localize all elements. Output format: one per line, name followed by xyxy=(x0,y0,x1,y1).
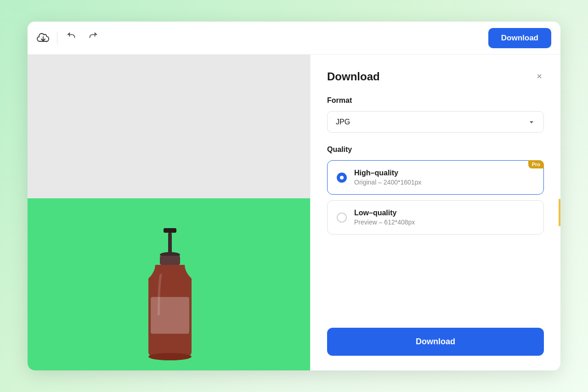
toolbar-left xyxy=(37,30,481,46)
quality-low-text: Low–quality Preview – 612*408px xyxy=(354,209,534,226)
toolbar: Download xyxy=(28,22,560,55)
format-label: Format xyxy=(327,96,544,105)
svg-rect-0 xyxy=(164,228,176,233)
bottle-svg xyxy=(114,224,224,370)
canvas-bottom xyxy=(28,198,310,370)
quality-high-text: High–quality Original – 2400*1601px xyxy=(354,169,534,186)
scrollbar-hint xyxy=(559,199,560,226)
quality-section: Quality High–quality Original – 2400*160… xyxy=(327,146,544,240)
svg-rect-4 xyxy=(151,297,189,334)
canvas-area xyxy=(28,55,310,370)
quality-high-desc: Original – 2400*1601px xyxy=(354,179,534,186)
toolbar-divider xyxy=(57,32,57,45)
svg-rect-3 xyxy=(160,256,180,265)
redo-button[interactable] xyxy=(86,30,100,46)
format-section: Format JPG PNG WEBP PDF xyxy=(327,96,544,133)
panel-header: Download × xyxy=(327,69,544,84)
radio-high xyxy=(337,173,347,183)
download-panel: Download × Format JPG PNG WEBP PDF Quali… xyxy=(310,55,560,370)
radio-low xyxy=(337,213,347,223)
svg-point-5 xyxy=(148,353,192,360)
bottle-container xyxy=(114,198,224,370)
cloud-icon[interactable] xyxy=(37,33,50,43)
quality-low-desc: Preview – 612*408px xyxy=(354,218,534,226)
quality-option-low[interactable]: Low–quality Preview – 612*408px xyxy=(327,200,544,235)
undo-button[interactable] xyxy=(65,30,79,46)
main-content: Download × Format JPG PNG WEBP PDF Quali… xyxy=(28,55,560,370)
pro-badge: Pro xyxy=(528,160,544,168)
app-container: Download xyxy=(28,22,560,370)
toolbar-download-button[interactable]: Download xyxy=(488,28,551,48)
quality-high-name: High–quality xyxy=(354,169,534,177)
quality-option-high[interactable]: High–quality Original – 2400*1601px Pro xyxy=(327,160,544,195)
format-select[interactable]: JPG PNG WEBP PDF xyxy=(327,111,544,133)
quality-label: Quality xyxy=(327,146,544,154)
quality-low-name: Low–quality xyxy=(354,209,534,217)
panel-title: Download xyxy=(327,70,380,83)
radio-high-dot xyxy=(340,176,344,179)
panel-download-button[interactable]: Download xyxy=(327,328,544,356)
canvas-top xyxy=(28,55,310,198)
close-button[interactable]: × xyxy=(535,69,544,84)
